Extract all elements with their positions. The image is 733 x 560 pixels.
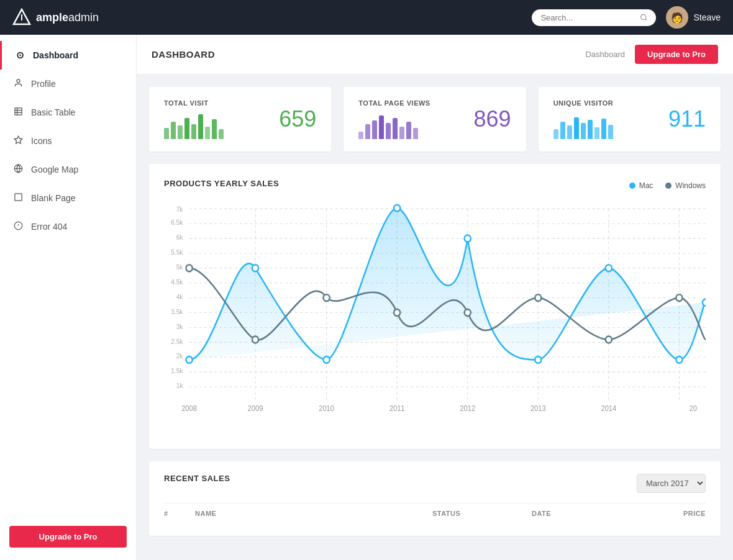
svg-text:6.5k: 6.5k xyxy=(171,219,183,226)
col-header-date: DATE xyxy=(532,510,631,517)
breadcrumb: Dashboard xyxy=(585,50,625,59)
mac-point xyxy=(186,356,192,363)
col-header-num: # xyxy=(164,510,195,517)
sidebar-upgrade-button[interactable]: Upgrade to Pro xyxy=(9,526,127,548)
search-icon xyxy=(640,13,647,22)
legend-mac-label: Mac xyxy=(639,181,653,190)
svg-rect-12 xyxy=(14,194,21,201)
sidebar-item-label: Icons xyxy=(31,136,52,146)
sidebar-item-basic-table[interactable]: Basic Table xyxy=(0,98,136,127)
page-title: DASHBOARD xyxy=(152,49,215,60)
mac-point xyxy=(465,235,471,242)
sidebar-item-label: Error 404 xyxy=(31,222,67,232)
stats-row: TOTAL VISIT 659 xyxy=(137,75,733,164)
svg-text:2013: 2013 xyxy=(530,405,546,412)
recent-sales-section: RECENT SALES March 2017 # NAME STATUS DA… xyxy=(149,461,721,536)
windows-point xyxy=(606,336,612,343)
user-area: 🧑 Steave xyxy=(666,6,721,29)
table-header: # NAME STATUS DATE PRICE xyxy=(164,503,706,523)
page-header: DASHBOARD Dashboard Upgrade to Pro xyxy=(137,35,733,75)
chart-svg: 7k 6.5k 6k 5.5k 5k 4.5k 4k 3.5k 3k 2.5k … xyxy=(164,198,706,434)
stat-value-visitor: 911 xyxy=(668,106,706,132)
windows-point xyxy=(535,294,541,301)
windows-point xyxy=(324,294,330,301)
svg-text:1.5k: 1.5k xyxy=(171,367,183,374)
windows-point xyxy=(465,309,471,316)
search-box[interactable] xyxy=(532,9,656,26)
recent-sales-title: RECENT SALES xyxy=(164,474,230,483)
main-layout: ⊙ Dashboard Profile Basic Table xyxy=(0,35,733,560)
legend-windows: Windows xyxy=(665,181,706,190)
icons-icon xyxy=(12,135,24,147)
svg-text:2011: 2011 xyxy=(389,405,405,412)
svg-line-3 xyxy=(645,19,647,20)
svg-text:7k: 7k xyxy=(176,205,183,212)
stat-title: TOTAL VISIT xyxy=(164,99,224,107)
map-icon xyxy=(12,164,24,175)
windows-point xyxy=(676,294,682,301)
svg-marker-9 xyxy=(14,136,22,143)
mac-point xyxy=(606,264,612,271)
legend-windows-label: Windows xyxy=(675,181,706,190)
stat-title: TOTAL PAGE VIEWS xyxy=(358,99,430,107)
month-select[interactable]: March 2017 xyxy=(637,474,706,493)
dashboard-icon: ⊙ xyxy=(14,50,25,61)
search-input[interactable] xyxy=(540,13,635,22)
sidebar-item-google-map[interactable]: Google Map xyxy=(0,155,136,184)
recent-sales-header: RECENT SALES March 2017 xyxy=(164,474,706,493)
profile-icon xyxy=(12,78,24,89)
content-area: DASHBOARD Dashboard Upgrade to Pro TOTAL… xyxy=(137,35,733,560)
chart-legend: Mac Windows xyxy=(629,181,706,190)
upgrade-button[interactable]: Upgrade to Pro xyxy=(635,45,718,64)
windows-dot xyxy=(665,183,672,189)
chart-title: PRODUCTS YEARLY SALES xyxy=(164,179,279,188)
svg-rect-5 xyxy=(14,108,21,115)
sidebar-item-label: Basic Table xyxy=(31,107,75,117)
svg-text:5k: 5k xyxy=(176,263,183,271)
stat-bars-visitor xyxy=(553,114,614,139)
logo-icon xyxy=(12,8,31,27)
mac-point xyxy=(324,356,330,363)
stat-value-visit: 659 xyxy=(279,106,316,132)
sidebar-item-dashboard[interactable]: ⊙ Dashboard xyxy=(0,41,136,70)
windows-point xyxy=(394,309,400,316)
sidebar-item-blank-page[interactable]: Blank Page xyxy=(0,184,136,212)
stat-title: UNIQUE VISITOR xyxy=(553,99,614,107)
svg-text:5.5k: 5.5k xyxy=(171,248,183,256)
sidebar-item-label: Dashboard xyxy=(33,50,78,60)
svg-point-4 xyxy=(17,79,20,83)
nav-right: 🧑 Steave xyxy=(532,6,721,29)
avatar: 🧑 xyxy=(666,6,688,29)
error-icon xyxy=(12,221,24,232)
col-header-status: STATUS xyxy=(432,510,532,517)
windows-point xyxy=(252,336,258,343)
topnav: ampleadmin 🧑 Steave xyxy=(0,0,733,35)
svg-text:2008: 2008 xyxy=(181,405,197,412)
svg-text:2.5k: 2.5k xyxy=(171,337,183,345)
sidebar-item-label: Profile xyxy=(31,79,56,89)
logo-text: ampleadmin xyxy=(36,11,99,24)
stat-card-page-views: TOTAL PAGE VIEWS 869 xyxy=(344,87,526,151)
mac-point xyxy=(535,356,541,363)
sidebar-item-icons[interactable]: Icons xyxy=(0,127,136,155)
svg-point-2 xyxy=(641,14,646,19)
sidebar-item-profile[interactable]: Profile xyxy=(0,70,136,98)
legend-mac: Mac xyxy=(629,181,653,190)
windows-point xyxy=(186,264,192,271)
stat-card-total-visit: TOTAL VISIT 659 xyxy=(149,87,331,151)
mac-dot xyxy=(629,183,635,189)
chart-container: 7k 6.5k 6k 5.5k 5k 4.5k 4k 3.5k 3k 2.5k … xyxy=(164,198,706,434)
svg-text:4.5k: 4.5k xyxy=(171,278,183,286)
stat-value-views: 869 xyxy=(474,106,511,132)
svg-text:2k: 2k xyxy=(176,352,183,359)
sidebar-item-error-404[interactable]: Error 404 xyxy=(0,212,136,241)
col-header-name: NAME xyxy=(195,510,432,517)
mac-point xyxy=(394,205,400,212)
svg-text:3k: 3k xyxy=(176,322,183,330)
mac-point xyxy=(703,299,706,306)
table-icon xyxy=(12,107,24,118)
stat-bars-views xyxy=(358,114,430,139)
svg-text:2009: 2009 xyxy=(248,405,263,412)
stat-bars-visit xyxy=(164,114,224,139)
username: Steave xyxy=(693,12,721,22)
